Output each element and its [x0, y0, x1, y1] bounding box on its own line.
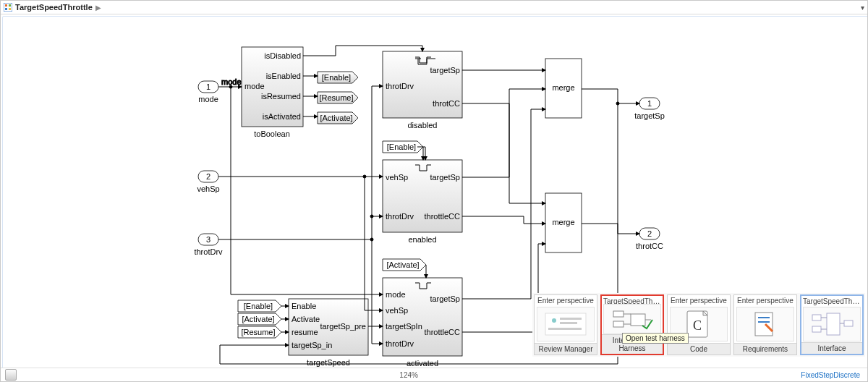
svg-text:[Resume]: [Resume] — [319, 93, 353, 102]
svg-text:[Enable]: [Enable] — [322, 73, 351, 82]
from-enable[interactable]: [Enable] — [383, 141, 423, 153]
svg-text:targetSp: targetSp — [430, 173, 460, 182]
perspective-review-manager[interactable]: Enter perspective Review Manager — [534, 294, 597, 355]
svg-text:mode: mode — [386, 290, 406, 299]
app-icon — [4, 3, 12, 12]
svg-text:activated: activated — [407, 359, 438, 368]
outport-targetSp[interactable]: 1 targetSp — [634, 98, 665, 120]
svg-text:disabled: disabled — [408, 121, 438, 130]
outport-throtCC[interactable]: 2 throtCC — [636, 228, 663, 250]
svg-text:mode: mode — [198, 95, 218, 103]
svg-text:throttleCC: throttleCC — [424, 212, 460, 221]
svg-text:vehSp: vehSp — [197, 184, 219, 193]
svg-text:C: C — [693, 318, 702, 333]
block-merge-throtCC[interactable]: merge — [545, 193, 582, 252]
svg-text:[Activate]: [Activate] — [320, 114, 352, 122]
from-enable-ts[interactable]: [Enable] — [238, 300, 281, 312]
svg-text:throtDrv: throtDrv — [386, 212, 414, 221]
simulink-window: TargetSpeedThrottle ▶ ▾ 1 mode — [0, 0, 868, 382]
title-bar-menu-icon[interactable]: ▾ — [861, 4, 864, 12]
block-activated[interactable]: mode targetSp vehSp targetSpIn throttleC… — [383, 278, 462, 368]
svg-text:1: 1 — [647, 99, 652, 108]
model-status-icon[interactable] — [5, 369, 17, 381]
svg-text:2: 2 — [206, 172, 210, 181]
svg-text:1: 1 — [206, 82, 210, 91]
svg-text:toBoolean: toBoolean — [254, 130, 290, 138]
svg-point-72 — [552, 318, 556, 323]
svg-rect-4 — [9, 8, 11, 10]
perspective-requirements[interactable]: Enter perspective Requirements — [733, 294, 797, 355]
svg-text:mode: mode — [221, 77, 242, 86]
svg-text:mode: mode — [244, 82, 265, 90]
perspective-interface[interactable]: TargetSpeedThrottle Interface — [800, 294, 864, 355]
svg-text:3: 3 — [206, 235, 210, 244]
thumbnail-icon — [803, 307, 861, 341]
svg-text:vehSp: vehSp — [386, 173, 408, 182]
svg-rect-82 — [758, 317, 770, 318]
inport-vehSp[interactable]: 2 vehSp — [197, 171, 219, 193]
svg-text:resume: resume — [292, 328, 318, 336]
svg-text:throtDrv: throtDrv — [194, 247, 223, 256]
svg-text:merge: merge — [552, 83, 574, 92]
svg-text:vehSp: vehSp — [386, 306, 408, 315]
breadcrumb-chevron-icon[interactable]: ▶ — [95, 4, 101, 12]
svg-text:[Activate]: [Activate] — [386, 260, 419, 269]
from-resume-ts[interactable]: [Resume] — [238, 326, 281, 338]
svg-text:[Resume]: [Resume] — [241, 328, 275, 336]
block-enabled[interactable]: vehSp targetSp throtDrv throttleCC enabl… — [383, 160, 462, 244]
zoom-level[interactable]: 124% — [399, 371, 418, 379]
block-toBoolean[interactable]: mode isDisabled isEnabled isResumed isAc… — [242, 47, 303, 138]
svg-rect-83 — [758, 321, 770, 323]
goto-enable[interactable]: [Enable] — [318, 72, 358, 83]
svg-rect-77 — [613, 321, 624, 327]
svg-rect-76 — [613, 311, 624, 317]
svg-rect-86 — [827, 313, 840, 335]
requirements-icon — [736, 307, 794, 341]
svg-text:throtDrv: throtDrv — [386, 82, 414, 90]
svg-rect-73 — [560, 318, 582, 320]
svg-rect-85 — [812, 326, 821, 332]
block-disabled[interactable]: targetSp throtDrv throtCC disabled — [383, 51, 462, 130]
goto-activate[interactable]: [Activate] — [318, 112, 358, 124]
svg-text:enabled: enabled — [408, 235, 436, 244]
svg-text:targetSp: targetSp — [430, 66, 460, 75]
svg-text:isResumed: isResumed — [261, 92, 301, 101]
svg-text:[Activate]: [Activate] — [242, 315, 274, 323]
block-targetSpeed[interactable]: Enable Activate targetSp_pre resume targ… — [289, 299, 368, 367]
from-activate-ts[interactable]: [Activate] — [238, 313, 281, 325]
svg-text:targetSpeed: targetSpeed — [307, 358, 350, 367]
svg-text:targetSp_in: targetSp_in — [292, 341, 332, 349]
tooltip: Open test harness — [622, 333, 689, 344]
svg-text:targetSp: targetSp — [634, 111, 665, 120]
svg-text:[Enable]: [Enable] — [387, 143, 416, 151]
block-merge-targetSp[interactable]: merge — [545, 59, 582, 118]
svg-text:targetSp_pre: targetSp_pre — [320, 322, 366, 331]
solver-status[interactable]: FixedStepDiscrete — [801, 371, 860, 379]
diagram-canvas[interactable]: 1 mode 2 vehSp 3 throtDrv mode isDisable… — [2, 16, 868, 370]
perspective-switcher: Enter perspective Review Manager TargetS… — [532, 293, 865, 357]
svg-text:Enable: Enable — [292, 302, 316, 310]
svg-rect-78 — [631, 314, 645, 326]
svg-text:throtCC: throtCC — [636, 242, 663, 250]
from-activate[interactable]: [Activate] — [383, 259, 426, 271]
svg-rect-81 — [755, 313, 773, 336]
inport-throtDrv[interactable]: 3 throtDrv — [194, 234, 223, 256]
svg-text:2: 2 — [647, 229, 652, 238]
svg-rect-75 — [548, 328, 582, 330]
svg-text:targetSpIn: targetSpIn — [386, 322, 422, 331]
svg-text:throtCC: throtCC — [433, 99, 460, 108]
svg-text:isDisabled: isDisabled — [264, 51, 301, 60]
svg-rect-74 — [560, 322, 577, 324]
thumbnail-icon — [537, 307, 595, 341]
svg-text:throtDrv: throtDrv — [386, 339, 414, 348]
thumbnail-icon — [603, 304, 661, 334]
breadcrumb-root[interactable]: TargetSpeedThrottle — [15, 3, 93, 12]
inport-mode[interactable]: 1 mode — [198, 81, 218, 103]
perspective-code[interactable]: Enter perspective C Code — [667, 294, 731, 355]
perspective-internal-test-harness[interactable]: TargetSpeedThrottle_Harness Internal Tes… — [600, 294, 664, 355]
svg-rect-0 — [4, 3, 12, 12]
goto-resume[interactable]: [Resume] — [318, 92, 358, 103]
title-bar: TargetSpeedThrottle ▶ ▾ — [1, 1, 867, 14]
svg-rect-84 — [812, 315, 821, 321]
svg-text:targetSp: targetSp — [430, 294, 460, 303]
